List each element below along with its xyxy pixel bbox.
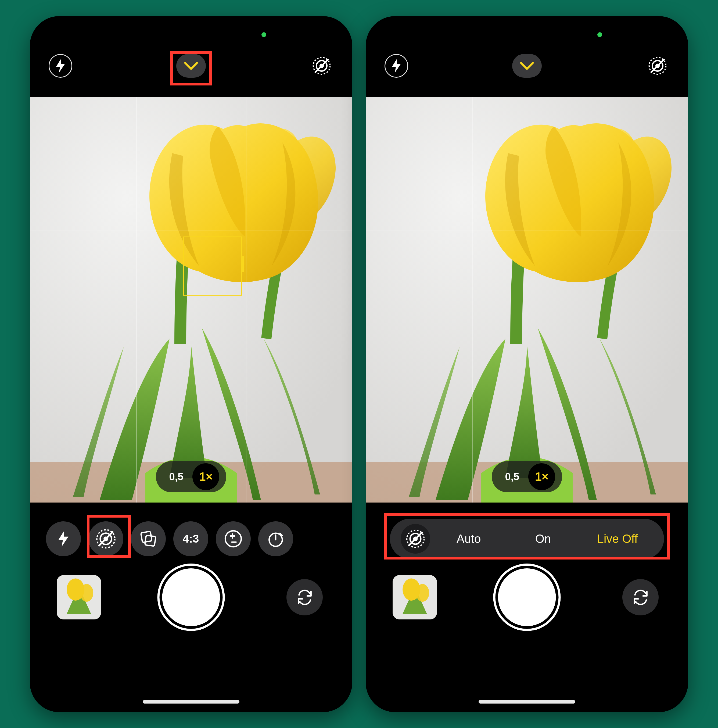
flash-toggle-button[interactable] xyxy=(49,54,72,78)
svg-point-16 xyxy=(80,584,93,602)
dynamic-island xyxy=(147,28,235,49)
last-photo-thumbnail[interactable] xyxy=(57,575,101,619)
timer-icon xyxy=(266,529,285,548)
expand-controls-button[interactable] xyxy=(512,54,542,78)
live-photo-options-row: Auto On Live Off xyxy=(390,518,664,559)
top-toolbar xyxy=(366,48,688,83)
live-photo-off-icon xyxy=(95,528,117,550)
shutter-button[interactable] xyxy=(498,568,556,626)
thumbnail-image xyxy=(57,575,101,619)
flash-icon xyxy=(390,59,402,73)
live-photo-toggle-button[interactable] xyxy=(310,54,333,78)
live-option-on[interactable]: On xyxy=(507,532,579,546)
camera-tools-row: 4:3 xyxy=(46,518,336,559)
last-photo-thumbnail[interactable] xyxy=(393,575,437,619)
zoom-option-1x[interactable]: 1× xyxy=(192,463,219,490)
zoom-selector[interactable]: 0,5 1× xyxy=(156,461,226,492)
camera-viewfinder[interactable]: 0,5 1× xyxy=(30,97,352,503)
camera-active-indicator xyxy=(261,32,266,37)
camera-app-left: 0,5 1× xyxy=(30,16,352,712)
svg-point-12 xyxy=(225,531,241,547)
shutter-button[interactable] xyxy=(162,568,220,626)
chevron-down-icon xyxy=(184,61,198,70)
home-indicator[interactable] xyxy=(143,700,240,704)
viewfinder-image xyxy=(30,97,352,503)
zoom-option-1x[interactable]: 1× xyxy=(528,463,555,490)
dynamic-island xyxy=(483,28,571,49)
flash-icon xyxy=(57,531,70,547)
zoom-option-0-5[interactable]: 0,5 xyxy=(163,463,190,490)
screenshot-pair: 0,5 1× xyxy=(0,0,718,728)
live-photo-off-icon xyxy=(405,528,426,549)
switch-camera-button[interactable] xyxy=(622,579,658,615)
live-photo-toggle-button[interactable] xyxy=(646,54,669,78)
flash-button[interactable] xyxy=(46,522,81,556)
live-option-auto[interactable]: Auto xyxy=(433,532,505,546)
camera-viewfinder[interactable]: 0,5 1× xyxy=(366,97,688,503)
switch-camera-icon xyxy=(631,588,650,607)
top-toolbar xyxy=(30,48,352,83)
live-photo-options-icon[interactable] xyxy=(401,524,430,554)
timer-button[interactable] xyxy=(258,522,293,556)
camera-app-right: 0,5 1× Auto On Live Off xyxy=(366,16,688,712)
aspect-ratio-label: 4:3 xyxy=(183,532,199,545)
aspect-ratio-button[interactable]: 4:3 xyxy=(173,522,208,556)
styles-icon xyxy=(139,529,158,549)
flash-icon xyxy=(55,59,66,73)
thumbnail-image xyxy=(393,575,437,619)
svg-point-29 xyxy=(416,584,429,602)
live-photo-off-icon xyxy=(311,55,332,76)
camera-active-indicator xyxy=(597,32,602,37)
switch-camera-icon xyxy=(295,588,315,607)
expand-controls-button[interactable] xyxy=(176,54,206,78)
exposure-button[interactable] xyxy=(216,522,251,556)
zoom-selector[interactable]: 0,5 1× xyxy=(492,461,562,492)
plus-minus-icon xyxy=(224,529,243,548)
live-photo-off-icon xyxy=(647,55,668,76)
chevron-down-icon xyxy=(520,61,534,70)
switch-camera-button[interactable] xyxy=(286,579,323,615)
photographic-styles-button[interactable] xyxy=(131,522,166,556)
live-photo-button[interactable] xyxy=(89,522,123,556)
home-indicator[interactable] xyxy=(478,700,575,704)
live-option-off[interactable]: Live Off xyxy=(582,532,653,546)
focus-indicator xyxy=(183,237,242,295)
flash-toggle-button[interactable] xyxy=(385,54,408,78)
zoom-option-0-5[interactable]: 0,5 xyxy=(499,463,526,490)
viewfinder-image xyxy=(366,97,688,503)
